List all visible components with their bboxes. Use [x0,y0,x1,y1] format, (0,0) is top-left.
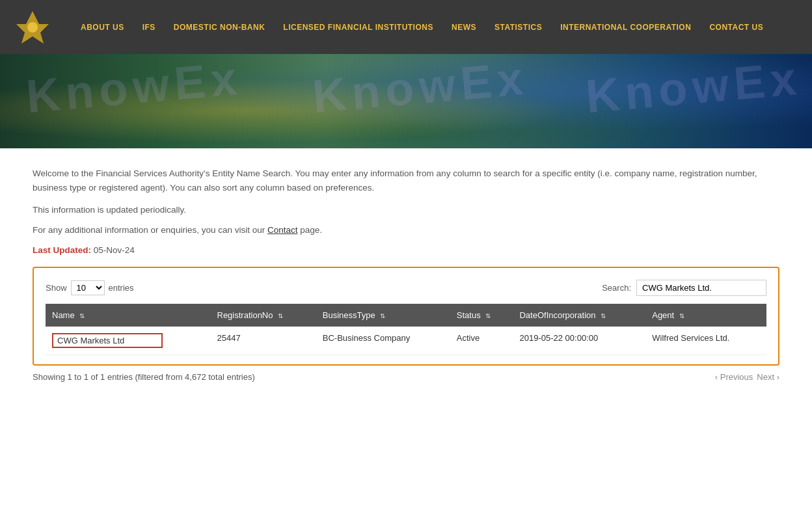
main-content: Welcome to the Financial Services Author… [0,148,812,395]
entries-select[interactable]: 10 25 50 100 [71,280,105,295]
sort-arrows-regno[interactable]: ⇅ [278,312,283,319]
contact-paragraph: For any additional information or enquir… [33,225,779,235]
info-paragraph: This information is updated periodically… [33,205,779,215]
showing-text: Showing 1 to 1 of 1 entries (filtered fr… [33,372,255,382]
contact-line-before: For any additional information or enquir… [33,225,267,235]
table-container: Show 10 25 50 100 entries Search: Name [33,267,779,366]
col-date-of-incorporation[interactable]: DateOfIncorporation ⇅ [513,304,645,327]
previous-button[interactable]: ‹ Previous [715,372,753,382]
cell-agent: Wilfred Services Ltd. [645,327,766,355]
cell-business-type: BC-Business Company [316,327,450,355]
last-updated-date: 05-Nov-24 [94,245,135,255]
search-input[interactable] [636,280,766,296]
sort-arrows-status[interactable]: ⇅ [485,312,491,319]
next-button[interactable]: Next › [757,372,779,382]
pagination-row: Showing 1 to 1 of 1 entries (filtered fr… [33,372,779,382]
nav-domestic-non-bank[interactable]: DOMESTIC NON-BANK [165,23,275,32]
nav-international-cooperation[interactable]: INTERNATIONAL COOPERATION [551,23,700,32]
nav-ifs[interactable]: IFS [133,23,165,32]
search-label: Search: [602,283,631,293]
entries-label: entries [109,283,134,293]
pagination-links: ‹ Previous Next › [715,372,779,382]
svg-point-1 [27,22,38,33]
hero-banner: KnowEx KnowEx KnowEx [0,54,812,148]
show-entries-control: Show 10 25 50 100 entries [46,280,134,295]
show-label: Show [46,283,67,293]
col-registration-no[interactable]: RegistrationNo ⇅ [211,304,316,327]
cell-name: CWG Markets Ltd [46,327,211,355]
nav-about-us[interactable]: ABOUT US [72,23,133,32]
col-status[interactable]: Status ⇅ [450,304,513,327]
nav-links: ABOUT US IFS DOMESTIC NON-BANK LICENSED … [72,23,799,32]
table-controls: Show 10 25 50 100 entries Search: [46,280,766,296]
table-header: Name ⇅ RegistrationNo ⇅ BusinessType ⇅ S… [46,304,766,327]
col-business-type[interactable]: BusinessType ⇅ [316,304,450,327]
results-table: Name ⇅ RegistrationNo ⇅ BusinessType ⇅ S… [46,304,766,355]
col-agent[interactable]: Agent ⇅ [645,304,766,327]
cell-status: Active [450,327,513,355]
name-value[interactable]: CWG Markets Ltd [52,333,163,348]
site-logo[interactable] [13,8,59,47]
nav-news[interactable]: NEWS [442,23,485,32]
nav-statistics[interactable]: STATISTICS [485,23,551,32]
col-name[interactable]: Name ⇅ [46,304,211,327]
sort-arrows-biztype[interactable]: ⇅ [380,312,385,319]
last-updated: Last Updated: 05-Nov-24 [33,245,779,255]
nav-licensed-financial-institutions[interactable]: LICENSED FINANCIAL INSTITUTIONS [274,23,442,32]
contact-link[interactable]: Contact [267,225,298,235]
header-row: Name ⇅ RegistrationNo ⇅ BusinessType ⇅ S… [46,304,766,327]
hero-background [0,54,812,148]
cell-registration-no: 25447 [211,327,316,355]
contact-line-after: page. [297,225,322,235]
nav-contact-us[interactable]: CONTACT US [700,23,772,32]
navigation: ABOUT US IFS DOMESTIC NON-BANK LICENSED … [0,0,812,54]
table-body: CWG Markets Ltd 25447 BC-Business Compan… [46,327,766,355]
sort-arrows-date[interactable]: ⇅ [601,312,606,319]
search-box: Search: [602,280,766,296]
table-row: CWG Markets Ltd 25447 BC-Business Compan… [46,327,766,355]
sort-arrows-agent[interactable]: ⇅ [679,312,684,319]
cell-date-of-incorporation: 2019-05-22 00:00:00 [513,327,645,355]
last-updated-label: Last Updated: [33,245,91,255]
sort-arrows-name[interactable]: ⇅ [79,312,85,319]
intro-paragraph: Welcome to the Financial Services Author… [33,167,779,194]
